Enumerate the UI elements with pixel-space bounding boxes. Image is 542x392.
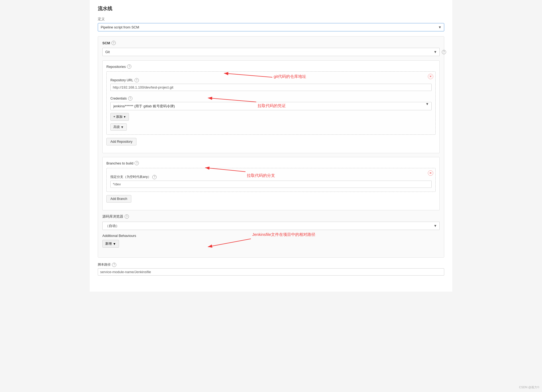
repositories-help-icon[interactable]: ? xyxy=(127,64,131,69)
advanced-btn[interactable]: 高级 ▼ xyxy=(110,123,127,131)
branch-specifier-label: 指定分支（为空时代表any） xyxy=(110,175,151,179)
definition-label: 定义 xyxy=(98,17,444,21)
add-new-chevron: ▼ xyxy=(113,242,116,246)
repositories-section: Repositories ? ✕ Repository URL ? Creden… xyxy=(102,60,440,153)
repo-url-label: Repository URL xyxy=(110,78,133,82)
repo-url-input[interactable] xyxy=(110,84,432,91)
additional-behaviours-section: Additional Behaviours 新增 ▼ xyxy=(102,234,440,248)
branch-close-btn[interactable]: ✕ xyxy=(428,170,433,176)
scm-help-icon[interactable]: ? xyxy=(111,41,116,45)
advanced-label: 高级 xyxy=(113,125,120,129)
scm-select[interactable]: Git xyxy=(102,48,440,56)
repository-close-btn[interactable]: ✕ xyxy=(428,74,433,79)
advanced-chevron: ▼ xyxy=(121,125,124,129)
branch-box: ✕ 指定分支（为空时代表any） ? xyxy=(106,168,436,192)
branch-specifier-input[interactable] xyxy=(110,181,432,188)
add-new-label: 新增 xyxy=(105,241,112,246)
branches-help-icon[interactable]: ? xyxy=(135,161,139,165)
script-path-help-icon[interactable]: ? xyxy=(112,263,116,267)
repositories-label: Repositories xyxy=(106,65,126,69)
scm-section: SCM ? Git ▼ ? Repositories ? ✕ Repositor… xyxy=(98,36,444,258)
script-path-section: 脚本路径 ? xyxy=(98,262,444,276)
script-path-input[interactable] xyxy=(98,268,444,276)
branch-specifier-help-icon[interactable]: ? xyxy=(152,175,157,179)
scm-label: SCM xyxy=(102,41,110,45)
definition-select[interactable]: Pipeline script from SCM xyxy=(98,23,444,31)
branches-label: Branches to build xyxy=(106,161,133,165)
script-path-label: 脚本路径 xyxy=(98,262,111,267)
additional-behaviours-label: Additional Behaviours xyxy=(102,234,136,238)
source-browser-select[interactable]: （自动） xyxy=(102,222,440,230)
credentials-select[interactable]: jenkins/****** (用于 gitlab 账号密码令牌) xyxy=(110,102,432,110)
credentials-help-icon[interactable]: ? xyxy=(128,96,132,101)
add-branch-btn[interactable]: Add Branch xyxy=(106,195,131,203)
source-browser-label: 源码库浏览器 xyxy=(102,214,123,219)
add-credentials-btn[interactable]: + 添加 ▼ xyxy=(110,113,129,121)
add-new-behaviour-btn[interactable]: 新增 ▼ xyxy=(102,240,119,248)
watermark: CSDN @孤方© xyxy=(519,385,540,389)
repo-url-help-icon[interactable]: ? xyxy=(135,78,139,82)
add-repository-btn[interactable]: Add Repository xyxy=(106,138,136,145)
scm-select-help-icon[interactable]: ? xyxy=(442,50,446,54)
credentials-label: Credentials xyxy=(110,97,127,100)
page-title: 流水线 xyxy=(98,5,444,12)
branches-section: Branches to build ? ✕ 指定分支（为空时代表any） ? A… xyxy=(102,157,440,210)
source-browser-section: 源码库浏览器 ? （自动） ▼ xyxy=(102,214,440,230)
repository-box: ✕ Repository URL ? Credentials ? jenkins… xyxy=(106,71,436,135)
add-credentials-label: + 添加 xyxy=(113,115,122,119)
add-credentials-chevron: ▼ xyxy=(123,115,126,118)
source-browser-help-icon[interactable]: ? xyxy=(125,214,129,219)
